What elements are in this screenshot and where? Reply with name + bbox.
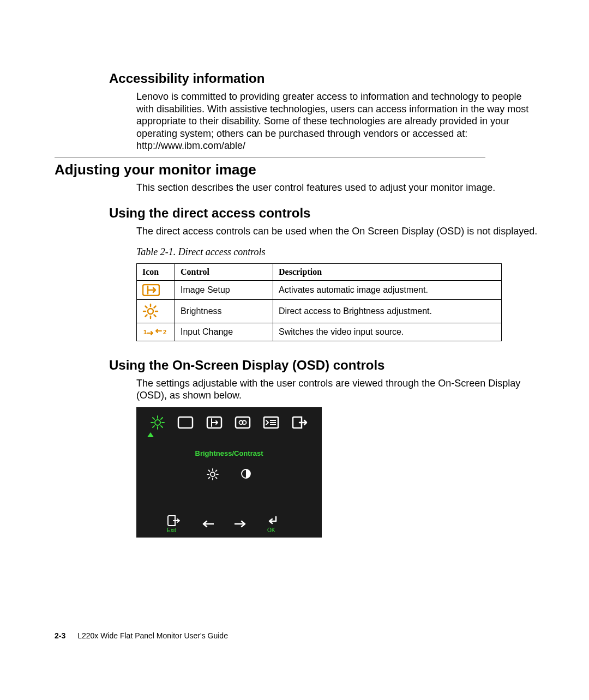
th-description: Description [273,263,502,280]
exit-icon [292,416,308,429]
svg-rect-21 [178,417,193,428]
th-control: Control [175,263,273,280]
svg-line-20 [161,418,163,419]
osd-panel: Brightness/Contrast Exit OK [136,407,322,538]
page-number: 2-3 [55,631,65,640]
svg-line-6 [146,306,147,307]
cell-desc: Activates automatic image adjustment. [273,280,502,299]
exit-label: Exit [167,527,181,533]
table-caption: Table 2-1. Direct access controls [136,246,540,258]
heading-direct: Using the direct access controls [109,206,540,221]
svg-point-30 [211,472,215,476]
footer-title: L220x Wide Flat Panel Monitor User's Gui… [77,631,228,640]
brightness-icon [137,299,175,323]
para-direct: The direct access controls can be used w… [136,225,540,238]
selection-indicator-icon [147,432,154,437]
right-arrow-icon [235,520,247,528]
svg-line-7 [154,315,156,316]
svg-line-36 [216,477,217,478]
heading-accessibility: Accessibility information [109,71,540,86]
enter-icon: OK [267,515,278,533]
direct-access-table: Icon Control Description Image Setup Act… [136,263,502,341]
svg-line-35 [209,470,210,471]
svg-line-17 [153,418,154,419]
table-row: Image Setup Activates automatic image ad… [137,280,502,299]
para-osd: The settings adjustable with the user co… [136,377,540,402]
cell-control: Image Setup [175,280,273,299]
svg-line-8 [146,315,147,316]
table-row: Brightness Direct access to Brightness a… [137,299,502,323]
para-accessibility: Lenovo is committed to providing greater… [136,90,540,152]
svg-line-37 [209,477,210,478]
exit-nav-icon: Exit [167,515,181,533]
svg-line-19 [153,426,154,427]
page-footer: 2-3 L220x Wide Flat Panel Monitor User's… [55,631,228,640]
brightness-sub-icon [207,468,219,480]
svg-point-12 [155,420,160,425]
svg-line-38 [216,470,217,471]
ok-label: OK [267,527,278,533]
th-icon: Icon [137,263,175,280]
svg-text:1: 1 [143,329,147,335]
brightness-contrast-icon [150,415,165,430]
image-properties-icon [235,416,251,429]
svg-point-1 [148,309,153,314]
table-row: 1 2 Input Change Switches the video inpu… [137,323,502,341]
heading-osd: Using the On-Screen Display (OSD) contro… [109,358,540,373]
cell-desc: Switches the video input source. [273,323,502,341]
cell-control: Input Change [175,323,273,341]
cell-desc: Direct access to Brightness adjustment. [273,299,502,323]
options-icon [263,416,279,429]
image-setup-icon [206,416,223,429]
para-adjusting: This section describes the user control … [136,182,540,194]
svg-line-9 [154,306,156,307]
cell-control: Brightness [175,299,273,323]
svg-text:2: 2 [163,329,166,335]
heading-adjusting: Adjusting your monitor image [55,161,540,178]
contrast-sub-icon [241,468,251,479]
image-position-icon [177,416,194,429]
left-arrow-icon [202,520,214,528]
divider [55,158,485,158]
input-change-icon: 1 2 [137,323,175,341]
image-setup-icon [137,280,175,299]
osd-title: Brightness/Contrast [136,449,322,457]
svg-line-18 [161,426,163,427]
